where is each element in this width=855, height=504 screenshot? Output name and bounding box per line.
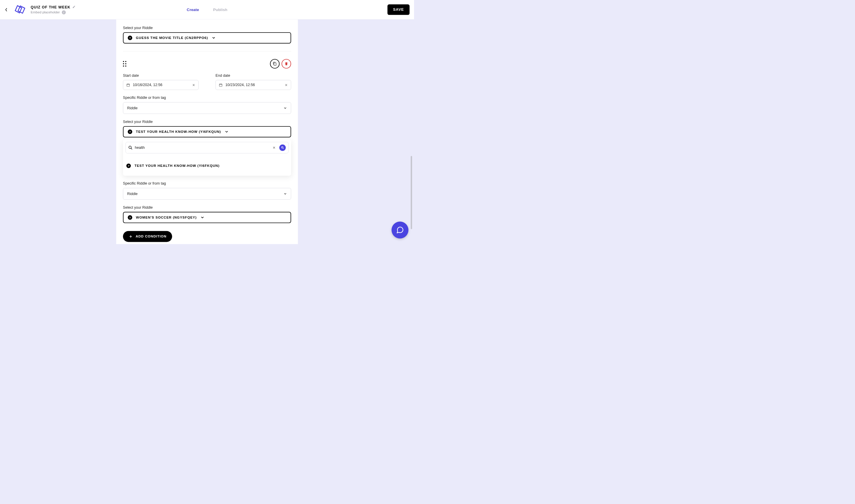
app-header: QUIZ OF THE WEEK Embed placeholder i Cre… [0,0,414,19]
search-result-item[interactable]: ? TEST YOUR HEALTH KNOW-HOW (YI6FKQUN) [126,161,289,170]
add-condition-button[interactable]: ＋ ADD CONDITION [123,231,172,242]
calendar-icon [126,83,130,87]
scrollbar[interactable] [411,156,412,229]
question-icon: ? [128,36,132,40]
page-title: QUIZ OF THE WEEK [31,5,71,9]
riddle-select-3[interactable]: ? WOMEN'S SOCCER (NGYSFQEY) [123,212,291,223]
add-condition-label: ADD CONDITION [136,235,167,239]
select-riddle-label-1: Select your Riddle [123,25,291,30]
tag-select-value-3: Riddle [127,192,138,196]
chevron-down-icon [212,36,216,40]
tab-create[interactable]: Create [187,7,199,12]
riddle-dropdown-panel: ? TEST YOUR HEALTH KNOW-HOW (YI6FKQUN) [123,139,291,176]
tag-select-3[interactable]: Riddle [123,188,291,200]
info-icon[interactable]: i [62,11,66,15]
tag-select-value-2: Riddle [127,106,138,110]
chevron-down-icon [283,106,287,110]
end-date-label: End date [215,73,291,78]
plus-icon: ＋ [128,234,133,239]
tag-select-label-2: Specific Riddle or from tag [123,96,291,100]
end-date-value: 10/23/2024, 12:56 [225,83,282,87]
question-icon: ? [126,164,130,168]
duplicate-button[interactable] [270,59,279,69]
chevron-down-icon [200,215,205,219]
search-submit-button[interactable] [279,144,285,151]
trash-icon [284,62,289,66]
riddle-select-1[interactable]: ? GUESS THE MOVIE TITLE (CN2RPPO6) [123,32,291,43]
title-block: QUIZ OF THE WEEK Embed placeholder i [31,5,76,14]
drag-handle-icon[interactable] [123,61,126,67]
start-date-label: Start date [123,73,198,78]
svg-rect-1 [219,84,222,86]
save-button[interactable]: SAVE [387,4,409,15]
page-subtitle: Embed placeholder [31,11,60,15]
copy-icon [273,62,277,66]
search-icon [281,146,284,149]
select-riddle-label-2: Select your Riddle [123,120,291,124]
select-riddle-label-3: Select your Riddle [123,205,291,210]
question-icon: ? [128,130,132,134]
start-date-input[interactable]: 10/16/2024, 12:56 [123,80,198,90]
search-results: ? TEST YOUR HEALTH KNOW-HOW (YI6FKQUN) [126,154,289,173]
editor-card: Select your Riddle ? GUESS THE MOVIE TIT… [116,19,298,244]
start-date-value: 10/16/2024, 12:56 [133,83,189,87]
clear-start-date[interactable] [192,84,195,87]
riddle-search-input[interactable] [135,146,270,150]
search-icon [128,146,133,150]
chevron-down-icon [283,192,287,196]
app-logo [11,4,26,15]
riddle-name-2: TEST YOUR HEALTH KNOW-HOW (YI6FKQUN) [136,130,221,134]
chat-widget-button[interactable] [391,221,408,238]
chevron-left-icon [5,8,7,11]
end-date-input[interactable]: 10/23/2024, 12:56 [215,80,291,90]
chat-icon [396,226,404,234]
riddle-name-1: GUESS THE MOVIE TITLE (CN2RPPO6) [136,36,208,40]
tab-publish[interactable]: Publish [213,7,227,12]
search-result-label: TEST YOUR HEALTH KNOW-HOW (YI6FKQUN) [135,164,220,168]
pencil-icon [72,5,76,8]
riddle-name-3: WOMEN'S SOCCER (NGYSFQEY) [136,215,197,219]
delete-button[interactable] [281,59,291,69]
block-header-2 [123,59,291,69]
nav-tabs: Create Publish [187,7,227,12]
clear-end-date[interactable] [285,84,288,87]
riddle-search [126,142,289,154]
back-button[interactable] [4,8,8,11]
tag-select-2[interactable]: Riddle [123,102,291,114]
question-icon: ? [128,215,132,219]
calendar-icon [219,83,223,87]
chevron-down-icon [225,130,229,134]
edit-title-button[interactable] [72,5,76,9]
clear-search-button[interactable] [273,146,276,149]
tag-select-label-3: Specific Riddle or from tag [123,181,291,186]
svg-rect-0 [127,84,129,86]
riddle-select-2[interactable]: ? TEST YOUR HEALTH KNOW-HOW (YI6FKQUN) [123,126,291,138]
